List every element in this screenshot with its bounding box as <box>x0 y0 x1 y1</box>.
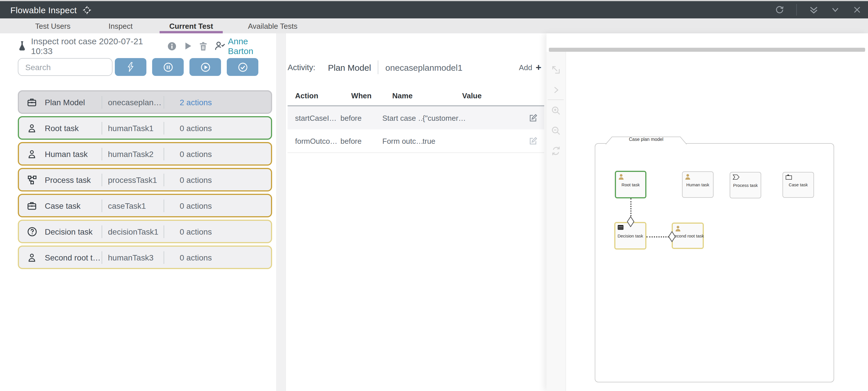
search-input[interactable] <box>24 62 130 72</box>
zoom-in-icon[interactable] <box>551 106 561 116</box>
edit-icon[interactable] <box>521 136 544 146</box>
person-icon <box>19 123 45 133</box>
plan-items-panel: Inspect root case 2020-07-21 10:33 <box>0 33 276 391</box>
col-value: Value <box>423 91 521 100</box>
close-icon[interactable] <box>852 5 862 15</box>
diagram-node-root-task[interactable]: Root task <box>615 171 646 198</box>
chevron-down-icon[interactable] <box>830 5 840 15</box>
collapse-all-icon[interactable] <box>808 5 818 15</box>
app-title: Flowable Inspect <box>10 5 77 15</box>
node-label: Case task <box>789 182 808 188</box>
horizontal-scrollbar[interactable] <box>549 48 865 52</box>
cell-value: {"customer… <box>423 114 521 122</box>
tab-inspect[interactable]: Inspect <box>103 19 138 33</box>
app-window: Flowable Inspect <box>0 0 868 391</box>
user-name: Anne Barton <box>228 36 273 56</box>
item-actions: 0 actions <box>164 227 271 236</box>
case-plan-model-tab: Case plan model <box>605 136 687 144</box>
test-title: Inspect root case 2020-07-21 10:33 <box>31 36 160 56</box>
refresh-icon[interactable] <box>551 146 561 156</box>
activity-header: Activity: Plan Model onecaseplanmodel1 A… <box>288 59 541 76</box>
table-row[interactable]: formOutco… before Form outc… true <box>288 129 544 153</box>
activity-label: Activity: <box>288 63 315 72</box>
entry-sentry-second-root[interactable] <box>668 231 676 242</box>
item-id: humanTask2 <box>102 149 164 159</box>
search-box <box>18 58 113 76</box>
diagram-node-process-task[interactable]: Process task <box>730 172 761 198</box>
flask-icon <box>18 40 26 52</box>
delete-icon[interactable] <box>198 41 208 51</box>
titlebar-divider <box>796 4 797 16</box>
item-id: caseTask1 <box>102 201 164 210</box>
user-icon <box>618 174 624 180</box>
cell-name: Form outc… <box>382 137 423 145</box>
title-bar: Flowable Inspect <box>0 1 868 19</box>
actions-table: Action When Name Value startCaseI… befor… <box>288 86 544 153</box>
play-circle-icon <box>200 62 210 72</box>
table-row[interactable]: startCaseI… before Start case … {"custom… <box>288 106 544 129</box>
cell-name: Start case … <box>382 114 423 122</box>
complete-button[interactable] <box>227 58 258 76</box>
trigger-button[interactable] <box>115 58 146 76</box>
cell-action: startCaseI… <box>288 114 340 122</box>
active-tab-underline <box>160 31 223 33</box>
activity-divider <box>378 60 379 74</box>
pause-button[interactable] <box>152 58 184 76</box>
folder-icon <box>785 174 792 180</box>
add-label: Add <box>519 63 532 72</box>
item-id: humanTask1 <box>102 123 164 133</box>
check-circle-icon <box>237 62 248 72</box>
item-name: Second root t… <box>45 253 102 262</box>
col-action: Action <box>288 91 340 100</box>
item-actions-link[interactable]: 2 actions <box>164 97 271 107</box>
assigned-user[interactable]: Anne Barton <box>214 36 273 56</box>
window-controls <box>774 1 862 19</box>
item-actions: 0 actions <box>164 175 271 184</box>
plan-item-root-task[interactable]: Root task humanTask1 0 actions <box>18 116 272 140</box>
lightning-icon <box>126 62 135 72</box>
sitemap-icon <box>19 174 45 185</box>
cell-when: before <box>340 114 382 122</box>
col-name: Name <box>382 91 423 100</box>
info-icon[interactable] <box>167 41 177 51</box>
activity-name: Plan Model <box>328 62 371 72</box>
person-check-icon <box>214 41 226 51</box>
pause-circle-icon <box>163 62 173 72</box>
cell-action: formOutco… <box>288 137 340 145</box>
plan-item-decision-task[interactable]: Decision task decisionTask1 0 actions <box>18 220 272 243</box>
item-name: Process task <box>45 175 102 184</box>
run-icon[interactable] <box>183 41 193 51</box>
briefcase-icon <box>19 200 45 211</box>
chevron-right-icon[interactable] <box>551 85 561 95</box>
plan-item-plan-model[interactable]: Plan Model onecaseplan… 2 actions <box>18 90 272 114</box>
plan-item-second-root-task[interactable]: Second root t… humanTask3 0 actions <box>18 246 272 269</box>
diagram-toolbar <box>547 52 566 391</box>
tab-bar: Test Users Inspect Current Test Availabl… <box>0 19 868 33</box>
diagram-panel: Case plan model Root task <box>547 33 868 391</box>
user-icon <box>685 174 691 180</box>
edit-icon[interactable] <box>521 113 544 123</box>
tab-test-users[interactable]: Test Users <box>30 19 76 33</box>
node-label: Root task <box>621 182 640 187</box>
tab-available-tests[interactable]: Available Tests <box>242 19 303 33</box>
zoom-out-icon[interactable] <box>551 126 561 136</box>
plan-item-human-task[interactable]: Human task humanTask2 0 actions <box>18 142 272 166</box>
plan-item-case-task[interactable]: Case task caseTask1 0 actions <box>18 194 272 217</box>
question-circle-icon <box>19 226 45 236</box>
reload-icon[interactable] <box>774 5 785 15</box>
person-icon <box>19 252 45 262</box>
item-id: decisionTask1 <box>102 227 164 236</box>
plan-item-process-task[interactable]: Process task processTask1 0 actions <box>18 168 272 192</box>
diagram-node-second-root-task[interactable]: Second root task <box>672 223 704 249</box>
diagram-node-human-task[interactable]: Human task <box>682 171 714 198</box>
diagram-node-case-task[interactable]: Case task <box>782 172 814 198</box>
play-button[interactable] <box>189 58 221 76</box>
node-label: Second root task <box>672 233 704 238</box>
entry-sentry-decision[interactable] <box>627 216 634 227</box>
node-label: Process task <box>733 183 758 188</box>
cell-when: before <box>340 137 382 145</box>
connector-root-to-decision <box>630 198 631 216</box>
case-plan-model-label: Case plan model <box>605 136 687 143</box>
add-action-button[interactable]: Add + <box>519 62 541 72</box>
pop-in-icon[interactable] <box>551 65 561 75</box>
